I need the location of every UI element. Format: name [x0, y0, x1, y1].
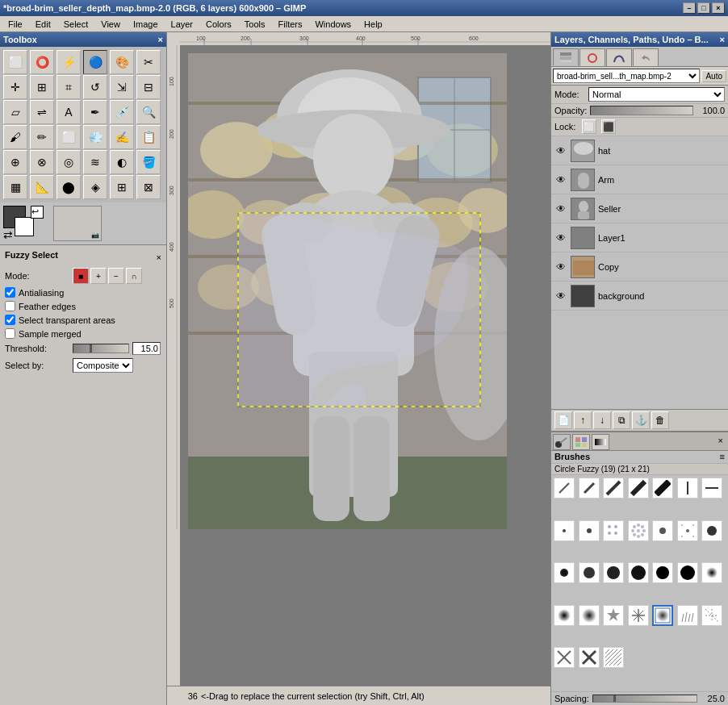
tool-gradient[interactable]: ▦	[3, 175, 27, 199]
brush-item-18[interactable]	[628, 562, 649, 583]
brush-item-23[interactable]	[579, 605, 600, 626]
mode-btn-add[interactable]: +	[90, 268, 107, 284]
color-swatches[interactable]: ⇄ ↩	[3, 206, 44, 241]
eye-hat[interactable]: 👁	[554, 144, 567, 157]
layer-item-seller[interactable]: 👁 Seller	[551, 194, 728, 223]
eye-copy[interactable]: 👁	[554, 261, 567, 273]
layer-anchor-btn[interactable]: ⚓	[632, 411, 650, 429]
tool-clone[interactable]: 📋	[136, 125, 161, 149]
tool-ellipse-select[interactable]: ⭕	[30, 50, 54, 74]
layer-item-layer1[interactable]: 👁 Layer1	[551, 223, 728, 252]
brush-item-selected[interactable]	[652, 605, 673, 626]
tab-layers[interactable]	[553, 48, 579, 66]
brush-item-28[interactable]	[701, 605, 722, 626]
brush-tab-brushes[interactable]	[553, 434, 571, 450]
minimize-button[interactable]: –	[683, 2, 696, 14]
brush-item-19[interactable]	[652, 562, 673, 583]
tool-eraser[interactable]: ⬜	[56, 125, 81, 149]
layer-item-hat[interactable]: 👁 hat	[551, 136, 728, 165]
brush-item-24[interactable]	[603, 605, 624, 626]
tool-text[interactable]: A	[56, 100, 81, 124]
brush-item-30[interactable]	[579, 647, 600, 668]
brush-item-20[interactable]	[677, 562, 698, 583]
tool-pencil[interactable]: ✏	[30, 125, 54, 149]
spacing-slider[interactable]	[592, 695, 697, 703]
tool-scale[interactable]: ⇲	[110, 75, 134, 99]
threshold-slider[interactable]	[73, 344, 129, 353]
tool-flip[interactable]: ⇌	[30, 100, 54, 124]
tool-magnify[interactable]: 🔍	[136, 100, 161, 124]
brush-item-16[interactable]	[579, 562, 600, 583]
tool-extra3[interactable]: ⊞	[110, 175, 134, 199]
tab-paths[interactable]	[606, 48, 632, 66]
layer-delete-btn[interactable]: 🗑	[651, 411, 669, 429]
brush-tab-patterns[interactable]	[572, 434, 590, 450]
toolbox-close[interactable]: ×	[158, 35, 163, 44]
layer-item-copy[interactable]: 👁 Copy	[551, 252, 728, 282]
brush-item-11[interactable]	[628, 520, 649, 541]
select-by-select[interactable]: Composite Red Green Blue Alpha	[73, 358, 133, 373]
brush-item-21[interactable]	[701, 562, 722, 583]
brush-item-6[interactable]	[677, 478, 698, 499]
eye-seller[interactable]: 👁	[554, 202, 567, 215]
brush-item-3[interactable]	[603, 478, 624, 499]
lock-pixels-btn[interactable]: ⬜	[582, 119, 596, 134]
tool-path[interactable]: ✒	[83, 100, 107, 124]
layer-raise-btn[interactable]: ↑	[574, 411, 592, 429]
brush-item-5[interactable]	[652, 478, 673, 499]
brushes-panel-close[interactable]: ×	[715, 434, 726, 450]
brush-item-2[interactable]	[579, 478, 600, 499]
tool-shear[interactable]: ⊟	[136, 75, 161, 99]
brush-item-15[interactable]	[554, 562, 575, 583]
mode-btn-replace[interactable]: ■	[73, 268, 89, 284]
menu-colors[interactable]: Colors	[199, 18, 238, 31]
reset-colors-icon[interactable]: ↩	[31, 206, 44, 219]
menu-help[interactable]: Help	[358, 18, 389, 31]
image-canvas[interactable]	[188, 53, 507, 529]
layer-duplicate-btn[interactable]: ⧉	[613, 411, 630, 429]
brush-item-31[interactable]	[603, 647, 624, 668]
brush-item-13[interactable]	[677, 520, 698, 541]
auto-button[interactable]: Auto	[701, 70, 726, 82]
eye-arm[interactable]: 👁	[554, 173, 567, 186]
brush-item-17[interactable]	[603, 562, 624, 583]
spacing-slider-thumb[interactable]	[613, 695, 616, 702]
tool-options-close[interactable]: ×	[157, 252, 161, 262]
brush-item-29[interactable]	[554, 647, 575, 668]
tool-smudge[interactable]: ≋	[83, 150, 107, 174]
tool-free-select[interactable]: ⚡	[56, 50, 81, 74]
menu-tools[interactable]: Tools	[238, 18, 272, 31]
threshold-input[interactable]	[132, 342, 161, 355]
tool-heal[interactable]: ⊕	[3, 150, 27, 174]
tool-move[interactable]: ✛	[3, 75, 27, 99]
maximize-button[interactable]: □	[697, 2, 710, 14]
brush-item-12[interactable]	[652, 520, 673, 541]
threshold-slider-thumb[interactable]	[90, 344, 92, 352]
tool-paintbrush[interactable]: 🖌	[3, 125, 27, 149]
brush-item-27[interactable]	[677, 605, 698, 626]
tool-scissors[interactable]: ✂	[136, 50, 161, 74]
brush-item-1[interactable]	[554, 478, 575, 499]
brush-item-22[interactable]	[554, 605, 575, 626]
tool-fuzzy-select[interactable]: 🔵	[83, 50, 107, 74]
sample-checkbox[interactable]	[5, 328, 15, 339]
brush-tab-gradients[interactable]	[592, 434, 609, 450]
lock-position-btn[interactable]: ⬛	[601, 119, 616, 134]
brush-item-7[interactable]	[701, 478, 722, 499]
tool-extra4[interactable]: ⊠	[136, 175, 161, 199]
tool-perspective[interactable]: ▱	[3, 100, 27, 124]
layer-item-arm[interactable]: 👁 Arm	[551, 165, 728, 194]
transparent-checkbox[interactable]	[5, 315, 15, 325]
close-button[interactable]: ×	[712, 2, 725, 14]
tool-airbrush[interactable]: 💨	[83, 125, 107, 149]
right-panel-close[interactable]: ×	[720, 35, 725, 44]
layer-new-btn[interactable]: 📄	[554, 411, 572, 429]
menu-filters[interactable]: Filters	[272, 18, 309, 31]
menu-layer[interactable]: Layer	[165, 18, 200, 31]
mode-btn-intersect[interactable]: ∩	[126, 268, 142, 284]
menu-view[interactable]: View	[94, 18, 127, 31]
brushes-options[interactable]: ≡	[720, 452, 725, 461]
brush-item-8[interactable]	[554, 520, 575, 541]
brush-item-9[interactable]	[579, 520, 600, 541]
mode-select[interactable]: Normal	[588, 87, 725, 102]
